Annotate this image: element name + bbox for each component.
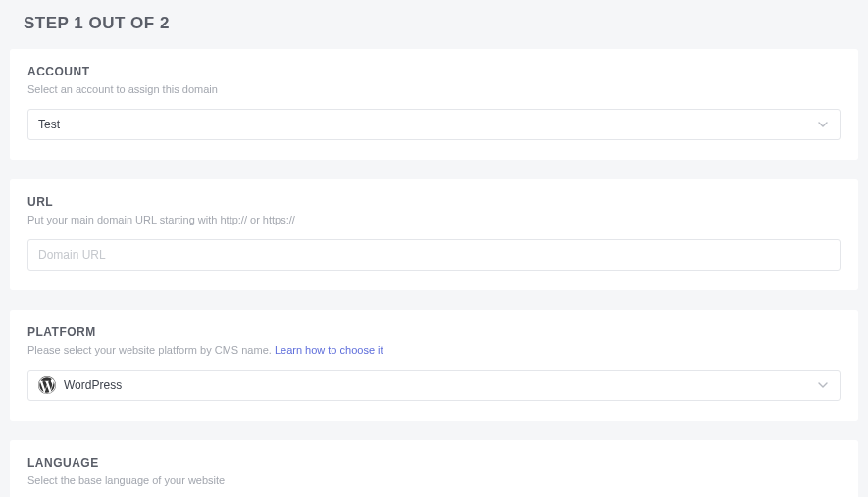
url-desc: Put your main domain URL starting with h… <box>27 214 841 225</box>
language-desc: Select the base language of your website <box>27 474 841 486</box>
platform-select-value: WordPress <box>64 378 816 392</box>
account-select[interactable]: Test <box>27 109 841 140</box>
url-title: URL <box>27 195 841 209</box>
platform-desc-wrap: Please select your website platform by C… <box>27 344 841 356</box>
platform-card: PLATFORM Please select your website plat… <box>10 310 858 421</box>
platform-learn-link[interactable]: Learn how to choose it <box>275 344 383 356</box>
account-card: ACCOUNT Select an account to assign this… <box>10 49 858 160</box>
chevron-down-icon <box>816 378 830 392</box>
wordpress-icon <box>38 376 56 394</box>
platform-title: PLATFORM <box>27 325 841 339</box>
platform-desc: Please select your website platform by C… <box>27 344 275 356</box>
account-title: ACCOUNT <box>27 65 841 78</box>
step-header: STEP 1 OUT OF 2 <box>10 10 858 49</box>
url-input[interactable] <box>27 239 841 271</box>
account-select-value: Test <box>38 118 816 131</box>
language-title: LANGUAGE <box>27 456 841 470</box>
account-desc: Select an account to assign this domain <box>27 83 841 95</box>
chevron-down-icon <box>816 118 830 131</box>
platform-select[interactable]: WordPress <box>27 370 841 401</box>
url-card: URL Put your main domain URL starting wi… <box>10 179 858 290</box>
language-card: LANGUAGE Select the base language of you… <box>10 440 858 497</box>
